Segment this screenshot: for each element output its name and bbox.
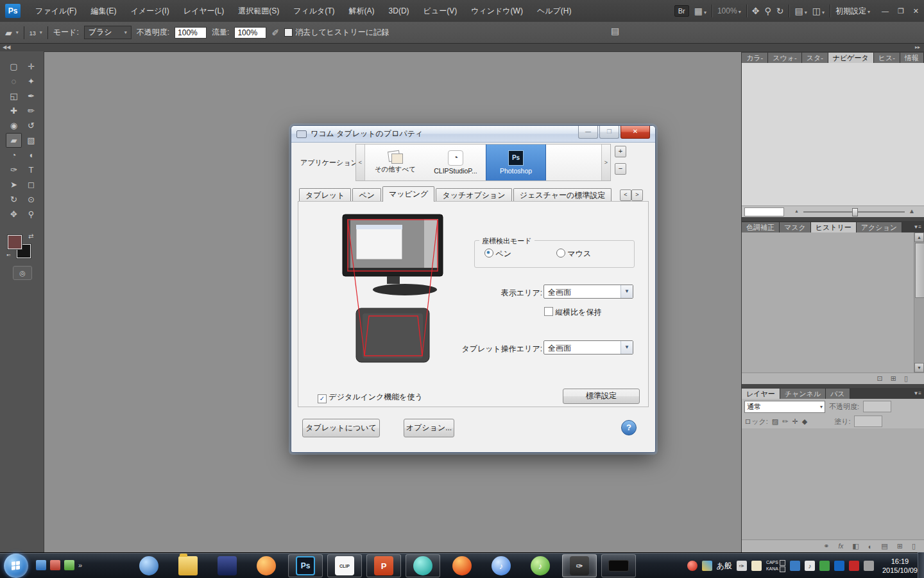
toggle-panel-icon[interactable]: ▤ bbox=[611, 26, 619, 36]
app-scroll-left-button[interactable]: < bbox=[356, 144, 365, 180]
tool-clone-stamp[interactable]: ◉ bbox=[6, 118, 22, 133]
fill-input[interactable] bbox=[854, 416, 882, 427]
tab-styles[interactable]: スタ- bbox=[802, 53, 828, 63]
tool-crop[interactable]: ◱ bbox=[6, 89, 22, 103]
digital-ink-option[interactable]: ✓ デジタルインク機能を使う bbox=[318, 392, 423, 403]
tool-lasso[interactable]: ◌ bbox=[6, 74, 22, 89]
collapse-toolbar-icon[interactable]: ◀◀ bbox=[3, 44, 10, 50]
ime-mode-indicator[interactable]: あ般 bbox=[717, 561, 732, 572]
workspace-switcher[interactable]: 初期設定▾ bbox=[835, 6, 870, 17]
rotate-view-icon[interactable]: ↻ bbox=[776, 6, 784, 16]
zoom-in-icon[interactable]: ▲ bbox=[909, 207, 915, 215]
defaults-button[interactable]: 標準設定 bbox=[563, 389, 640, 404]
keep-aspect-checkbox[interactable] bbox=[544, 307, 553, 316]
tab-history[interactable]: ヒストリー bbox=[811, 222, 857, 232]
menu-3d[interactable]: 3D(D) bbox=[382, 0, 416, 22]
menu-help[interactable]: ヘルプ(H) bbox=[530, 0, 579, 22]
about-tablet-button[interactable]: タブレットについて bbox=[302, 419, 380, 437]
menu-select[interactable]: 選択範囲(S) bbox=[231, 0, 286, 22]
tab-actions[interactable]: アクション bbox=[857, 222, 902, 232]
tool-brush[interactable]: ✏ bbox=[23, 103, 39, 118]
app-item-photoshop[interactable]: Ps Photoshop bbox=[486, 144, 546, 180]
swap-colors-icon[interactable]: ⇄ bbox=[28, 232, 33, 240]
keep-aspect-option[interactable]: 縦横比を保持 bbox=[544, 307, 602, 318]
tool-pen[interactable]: ✑ bbox=[6, 162, 22, 177]
navigator-zoom-thumb[interactable] bbox=[852, 208, 858, 216]
foreground-color-swatch[interactable] bbox=[8, 235, 22, 249]
app-remove-button[interactable]: − bbox=[615, 163, 626, 175]
navigator-zoom-input[interactable] bbox=[744, 207, 784, 216]
start-button[interactable] bbox=[4, 554, 28, 578]
bridge-button[interactable]: Br bbox=[674, 5, 689, 17]
tool-dodge[interactable]: ◖ bbox=[23, 148, 39, 162]
tray-icon-1[interactable] bbox=[790, 561, 800, 571]
tab-tablet[interactable]: タブレット bbox=[299, 188, 351, 202]
show-desktop-button[interactable] bbox=[918, 552, 924, 578]
taskbar-app-blue-orb[interactable] bbox=[132, 554, 166, 577]
taskbar-tablet-device[interactable] bbox=[601, 554, 636, 577]
tool-gradient[interactable]: ▧ bbox=[23, 133, 39, 148]
tab-scroll-right-button[interactable]: > bbox=[631, 189, 643, 201]
blend-mode-select[interactable]: 通常▾ bbox=[744, 401, 825, 413]
tray-volume-icon[interactable]: ♪ bbox=[805, 561, 815, 571]
app-restore-button[interactable]: ❐ bbox=[898, 7, 904, 15]
tab-channels[interactable]: チャンネル bbox=[780, 389, 826, 399]
quick-launch-icon-3[interactable] bbox=[64, 560, 74, 570]
taskbar-wacom-properties[interactable]: ✑ bbox=[562, 554, 597, 577]
tablet-area-select[interactable]: 全画面 ▼ bbox=[543, 340, 633, 355]
lock-pixels-icon[interactable]: ✏ bbox=[782, 417, 788, 426]
lock-all-icon[interactable]: ◆ bbox=[802, 417, 807, 426]
layer-style-icon[interactable]: fx bbox=[838, 543, 843, 550]
tool-preset[interactable]: ▰ ▾ bbox=[5, 28, 19, 38]
menu-edit[interactable]: 編集(E) bbox=[83, 0, 123, 22]
tool-3d-rotate[interactable]: ↻ bbox=[6, 192, 22, 207]
taskbar-explorer[interactable] bbox=[171, 554, 205, 577]
options-button[interactable]: オプション... bbox=[404, 419, 454, 437]
app-add-button[interactable]: + bbox=[615, 146, 626, 157]
tool-3d-orbit[interactable]: ⊙ bbox=[23, 192, 39, 207]
taskbar-app-green[interactable]: ♪ bbox=[523, 554, 558, 577]
panel-menu-icon[interactable]: ▼≡ bbox=[910, 222, 924, 232]
tool-path-selection[interactable]: ➤ bbox=[6, 177, 22, 192]
app-item-clipstudio[interactable]: ◔ CLIPStudioP... bbox=[425, 144, 486, 180]
tray-tablet-icon[interactable] bbox=[751, 561, 762, 571]
tab-mapping[interactable]: マッピング bbox=[382, 186, 434, 202]
tab-navigator[interactable]: ナビゲータ bbox=[828, 53, 874, 63]
dialog-maximize-button[interactable]: ❐ bbox=[599, 126, 619, 139]
link-layers-icon[interactable]: ⚭ bbox=[823, 542, 829, 550]
scrollbar-thumb[interactable] bbox=[915, 243, 924, 298]
dialog-minimize-button[interactable]: — bbox=[578, 126, 598, 139]
airbrush-icon[interactable]: ✐ bbox=[271, 28, 279, 38]
erase-to-history-option[interactable]: 消去してヒストリーに記録 bbox=[284, 27, 389, 38]
tool-type[interactable]: T bbox=[23, 162, 39, 177]
arrange-documents-icon[interactable]: ▤▾ bbox=[794, 6, 807, 16]
taskbar-app-teal[interactable] bbox=[406, 554, 440, 577]
tab-paths[interactable]: パス bbox=[826, 389, 850, 399]
tab-gesture-defaults[interactable]: ジェスチャーの標準設定 bbox=[513, 188, 612, 202]
screen-mode-icon[interactable]: ◫▾ bbox=[812, 6, 825, 16]
tool-eyedropper[interactable]: ✒ bbox=[23, 89, 39, 103]
zoom-tool-icon[interactable]: ⚲ bbox=[764, 6, 771, 16]
tray-pen-icon[interactable]: ✑ bbox=[737, 561, 747, 571]
taskbar-itunes[interactable]: ♪ bbox=[484, 554, 518, 577]
menu-window[interactable]: ウィンドウ(W) bbox=[464, 0, 530, 22]
tool-history-brush[interactable]: ↺ bbox=[23, 118, 39, 133]
taskbar-app-indigo[interactable] bbox=[210, 554, 244, 577]
layer-group-icon[interactable]: ▤ bbox=[881, 542, 887, 550]
taskbar-app-flame[interactable] bbox=[445, 554, 479, 577]
erase-to-history-checkbox[interactable] bbox=[284, 28, 293, 37]
taskbar-clip-studio[interactable]: CLIP bbox=[327, 554, 362, 577]
tab-scroll-left-button[interactable]: < bbox=[620, 189, 631, 201]
tool-spot-healing[interactable]: ✚ bbox=[6, 103, 22, 118]
dialog-close-button[interactable]: ✕ bbox=[620, 126, 650, 139]
new-snapshot-icon[interactable]: ⊞ bbox=[891, 374, 896, 383]
layers-opacity-input[interactable] bbox=[863, 401, 891, 412]
tool-rectangular-marquee[interactable]: ▢ bbox=[6, 59, 22, 74]
layer-mask-icon[interactable]: ◧ bbox=[852, 542, 859, 550]
zoom-out-icon[interactable]: ▲ bbox=[794, 209, 799, 213]
taskbar-firefox[interactable] bbox=[249, 554, 284, 577]
panel-menu-icon[interactable]: ▼≡ bbox=[910, 389, 924, 399]
menu-view[interactable]: ビュー(V) bbox=[416, 0, 465, 22]
tab-histogram[interactable]: ヒス- bbox=[874, 53, 900, 63]
mouse-mode-radio[interactable]: マウス bbox=[556, 249, 591, 259]
